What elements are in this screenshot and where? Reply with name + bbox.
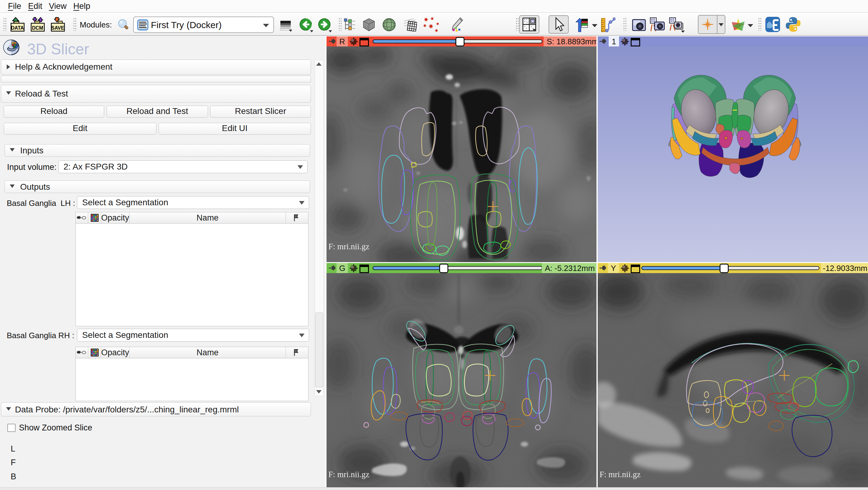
svg-text:F: mri.nii.gz: F: mri.nii.gz (599, 470, 641, 479)
svg-text:DCM: DCM (32, 25, 43, 31)
svg-text:DATA: DATA (11, 25, 24, 31)
svg-text:F: mri.nii.gz: F: mri.nii.gz (328, 242, 369, 251)
svg-text:F: mri.nii.gz: F: mri.nii.gz (328, 470, 369, 479)
svg-text:SAVE: SAVE (51, 25, 64, 31)
